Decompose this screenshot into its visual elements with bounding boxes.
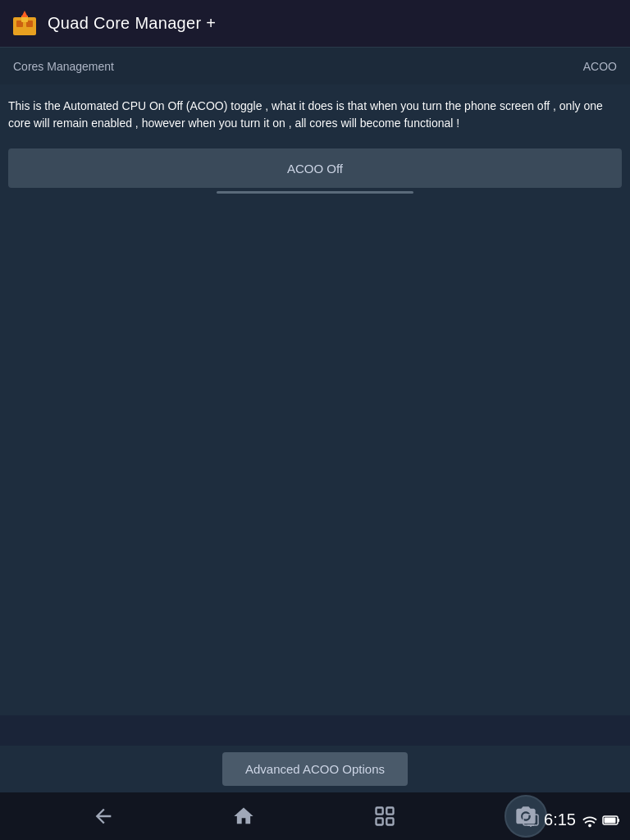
toggle-indicator: [217, 191, 413, 194]
cores-management-tab[interactable]: Cores Management: [13, 60, 114, 73]
svg-rect-8: [386, 818, 393, 824]
svg-rect-10: [523, 815, 538, 825]
advanced-acoo-label: Advanced ACOO Options: [245, 762, 385, 776]
advanced-acoo-button[interactable]: Advanced ACOO Options: [222, 752, 408, 786]
app-title: Quad Core Manager +: [48, 14, 216, 33]
app-logo-icon: [10, 9, 39, 39]
advanced-btn-container: Advanced ACOO Options: [0, 746, 630, 792]
battery-icon: [602, 815, 620, 826]
content-area: This is the Automated CPU On Off (ACOO) …: [0, 84, 630, 207]
app-bar: Quad Core Manager +: [0, 0, 630, 47]
svg-rect-5: [376, 808, 382, 815]
acoo-toggle-button[interactable]: ACOO Off: [8, 148, 622, 188]
screenshot-status-icon: [523, 814, 539, 827]
acoo-tab[interactable]: ACOO: [583, 60, 617, 73]
tab-bar: Cores Management ACOO: [0, 47, 630, 84]
svg-rect-6: [386, 808, 393, 815]
home-button[interactable]: [223, 800, 264, 833]
recent-apps-button[interactable]: [364, 800, 405, 833]
back-icon: [92, 805, 115, 828]
svg-marker-4: [21, 11, 28, 17]
description-text: This is the Automated CPU On Off (ACOO) …: [8, 98, 622, 132]
svg-rect-14: [618, 819, 619, 822]
status-bar-right: 6:15: [523, 810, 620, 829]
svg-rect-15: [605, 817, 616, 823]
status-time: 6:15: [544, 810, 576, 829]
recent-icon: [373, 805, 396, 828]
status-icons: [581, 813, 620, 828]
back-button[interactable]: [83, 800, 124, 833]
middle-area: [0, 207, 630, 715]
svg-rect-7: [376, 818, 382, 824]
acoo-toggle-label: ACOO Off: [287, 162, 343, 176]
wifi-icon: [581, 813, 599, 828]
home-icon: [232, 805, 255, 828]
